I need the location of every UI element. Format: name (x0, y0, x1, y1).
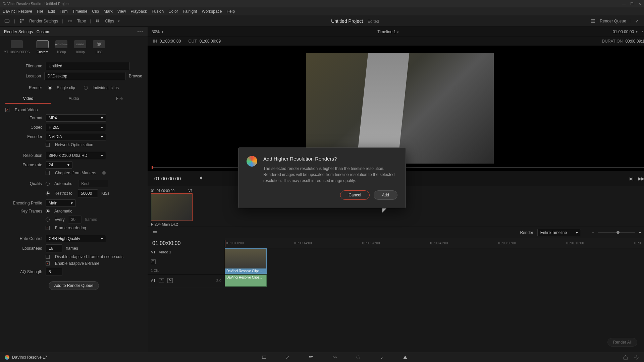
preset-youtube[interactable]: ▶YouTube1080p (55, 40, 67, 54)
menu-workspace[interactable]: Workspace (202, 9, 222, 14)
viewer-menu-icon[interactable]: ••• (642, 29, 644, 34)
menu-view[interactable]: View (117, 9, 126, 14)
solo-button[interactable]: S (159, 278, 164, 283)
fairlight-page-icon[interactable]: ♪ (378, 354, 385, 361)
framerate-select[interactable]: 24 ▾ (46, 161, 72, 169)
lookahead-input[interactable] (46, 244, 62, 252)
menu-fairlight[interactable]: Fairlight (183, 9, 197, 14)
cut-page-icon[interactable] (284, 354, 291, 361)
zoom-level[interactable]: 30% (152, 29, 160, 34)
home-icon[interactable] (623, 354, 629, 360)
goto-end-icon[interactable]: ▶▶| (638, 176, 644, 181)
export-video-checkbox[interactable]: ✓ (5, 108, 9, 112)
tab-video[interactable]: Video (5, 94, 51, 104)
close-icon[interactable]: ✕ (638, 2, 641, 6)
format-select[interactable]: MP4 ▾ (46, 114, 106, 122)
deliver-page-icon[interactable] (402, 354, 409, 361)
resolution-select[interactable]: 3840 x 2160 Ultra HD ▾ (46, 152, 106, 159)
next-frame-icon[interactable]: ▶| (630, 176, 634, 181)
menu-davinci[interactable]: DaVinci Resolve (3, 9, 32, 14)
panel-menu-icon[interactable]: ••• (137, 29, 144, 34)
menu-fusion[interactable]: Fusion (152, 9, 164, 14)
v1-track-header[interactable]: V1 Video 1 ☐ 1 Clip (148, 248, 225, 275)
filename-input[interactable] (46, 62, 129, 70)
fusion-page-icon[interactable] (331, 354, 338, 361)
chapters-checkbox[interactable] (46, 171, 50, 175)
menu-file[interactable]: File (37, 9, 43, 14)
chevron-down-icon[interactable]: ▾ (636, 30, 638, 34)
render-queue-label[interactable]: Render Queue (600, 19, 626, 23)
radio-kf-every[interactable] (46, 218, 50, 222)
radio-kf-auto[interactable] (46, 209, 50, 213)
frame-reorder-checkbox[interactable]: ✓ (46, 226, 50, 230)
radio-quality-restrict[interactable] (46, 191, 50, 195)
cancel-button[interactable]: Cancel (340, 190, 369, 200)
render-range-select[interactable]: Entire Timeline ▾ (537, 229, 581, 236)
browse-button[interactable]: Browse (129, 74, 142, 78)
location-input[interactable] (44, 72, 125, 80)
preset-twitter[interactable]: 1080 (93, 40, 105, 54)
menu-edit[interactable]: Edit (48, 9, 55, 14)
zoom-slider[interactable] (598, 232, 635, 233)
minimize-icon[interactable]: — (622, 2, 626, 6)
encoder-select[interactable]: NVIDIA ▾ (46, 133, 106, 140)
menu-color[interactable]: Color (168, 9, 178, 14)
restrict-input[interactable] (78, 189, 98, 197)
radio-quality-auto[interactable] (46, 182, 50, 186)
zoom-in-icon[interactable]: + (639, 230, 641, 235)
aq-input[interactable] (46, 268, 62, 276)
encprofile-select[interactable]: Main ▾ (46, 199, 76, 207)
menu-help[interactable]: Help (226, 9, 235, 14)
preset-vimeo[interactable]: vimeo1080p (74, 40, 86, 54)
tab-file[interactable]: File (97, 94, 142, 104)
radio-individual-clips[interactable] (84, 86, 88, 90)
timeline-name[interactable]: Timeline 1 (377, 29, 396, 34)
disable-iframe-checkbox[interactable] (46, 255, 50, 259)
tab-audio[interactable]: Audio (51, 94, 97, 104)
timeline-content[interactable]: DaVinci Resolve Clips... DaVinci Resolve… (225, 248, 644, 287)
preset-yt60[interactable]: YT 1080p 60FPS (4, 40, 30, 54)
add-to-queue-button[interactable]: Add to Render Queue (49, 281, 99, 290)
project-settings-icon[interactable] (633, 354, 639, 360)
volume-icon[interactable] (199, 175, 204, 182)
radio-single-clip[interactable] (48, 86, 52, 90)
enable-bframe-label: Enable adaptive B-frame (55, 261, 99, 266)
codec-select[interactable]: H.265 ▾ (46, 124, 106, 131)
ratecontrol-select[interactable]: CBR High Quality ▾ (46, 235, 106, 242)
render-settings-label[interactable]: Render Settings (29, 19, 58, 23)
track-toggle-icon[interactable]: ☐ (151, 259, 156, 264)
audio-clip[interactable]: DaVinci Resolve Clips... (225, 275, 267, 287)
add-button[interactable]: Add (374, 190, 397, 200)
viewer-timecode[interactable]: 01:00:00:00 (613, 29, 634, 34)
preset-custom[interactable]: Custom (37, 40, 49, 54)
clips-icon[interactable] (95, 18, 101, 24)
clip-thumb[interactable]: 01 01:00:00:00 V1 H.264 Main L4.2 (151, 189, 193, 224)
edit-page-icon[interactable] (308, 354, 315, 361)
chapters-gear-icon[interactable] (102, 171, 106, 175)
maximize-icon[interactable]: ☐ (630, 2, 634, 6)
render-queue-icon[interactable] (590, 18, 596, 24)
network-opt-checkbox[interactable] (46, 143, 50, 147)
a1-track-header[interactable]: A1 S M 2.0 (148, 275, 225, 287)
playhead[interactable] (225, 240, 225, 247)
tape-icon[interactable] (67, 18, 73, 24)
timeline-ruler[interactable]: 01:00:00:00 01:00:14:00 01:00:28:00 01:0… (225, 238, 644, 248)
mute-button[interactable]: M (167, 278, 173, 283)
clips-label[interactable]: Clips (105, 19, 114, 23)
timeline-options-icon[interactable] (152, 230, 158, 236)
zoom-out-icon[interactable]: − (592, 230, 594, 235)
render-settings-icon[interactable] (19, 18, 25, 24)
enable-bframe-checkbox[interactable]: ✓ (46, 261, 50, 265)
color-page-icon[interactable] (355, 354, 362, 361)
menu-mark[interactable]: Mark (104, 9, 113, 14)
chevron-down-icon[interactable]: ▾ (397, 31, 399, 34)
tape-label[interactable]: Tape (77, 19, 86, 23)
deliver-page-icon[interactable] (4, 18, 10, 24)
expand-icon[interactable]: ⤢ (634, 18, 640, 24)
menu-clip[interactable]: Clip (92, 9, 99, 14)
media-page-icon[interactable] (261, 354, 268, 361)
menu-playback[interactable]: Playback (130, 9, 147, 14)
menu-trim[interactable]: Trim (60, 9, 68, 14)
menu-timeline[interactable]: Timeline (72, 9, 87, 14)
video-clip[interactable]: DaVinci Resolve Clips... (225, 248, 267, 274)
